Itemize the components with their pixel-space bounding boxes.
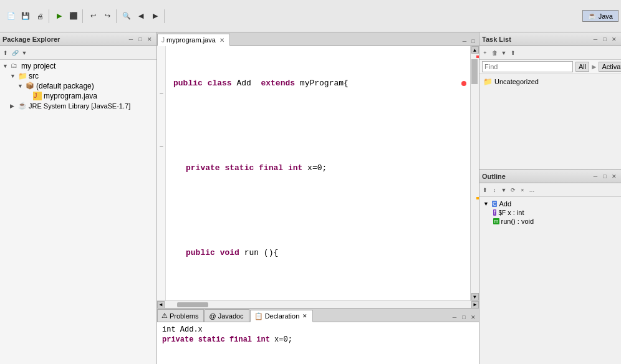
scroll-thumb[interactable] [471, 59, 478, 84]
redo-btn[interactable]: ↪ [100, 9, 114, 23]
class-icon: C [492, 201, 498, 207]
uncategorized-label: Uncategorized [494, 78, 539, 85]
java-perspective-btn[interactable]: ☕ Java [582, 10, 619, 22]
debug-btn[interactable]: ⬛ [67, 9, 80, 23]
bottom-tab-bar: ⚠ Problems @ Javadoc 📋 Declaration ✕ ─ □… [157, 309, 479, 322]
uncategorized-item[interactable]: 📁 Uncategorized [482, 77, 619, 87]
scroll-left-btn[interactable]: ◀ [157, 301, 165, 309]
minimize-btn[interactable]: ─ [127, 35, 135, 44]
outline-class-item[interactable]: ▼ C Add [482, 199, 619, 208]
horizontal-scrollbar[interactable]: ◀ ▶ [157, 300, 479, 308]
code-content[interactable]: public class Add extends myProgram{ priv… [166, 46, 470, 300]
task-find-input[interactable] [482, 61, 573, 72]
tree-src[interactable]: ▼ 📁 src [9, 71, 155, 81]
activate-btn[interactable]: Activate... [599, 62, 621, 72]
filter-task-btn[interactable]: ▼ [499, 49, 508, 57]
outline-method-item[interactable]: m run() : void [492, 217, 619, 226]
code-line-6 [168, 290, 468, 300]
outline-maximize-btn[interactable]: □ [600, 172, 609, 181]
sync-outline-btn[interactable]: ⟳ [509, 186, 518, 194]
filter-btn[interactable]: ▼ [20, 49, 29, 57]
new-task-btn[interactable]: + [481, 49, 489, 57]
tree-jre[interactable]: ▶ ☕ JRE System Library [JavaSE-1.7] [9, 101, 155, 111]
outline-controls: ─ □ ✕ [591, 172, 619, 181]
save-btn[interactable]: 💾 [19, 9, 32, 23]
method-label: run() : void [501, 218, 534, 225]
bottom-tab-controls: ─ □ ✕ [450, 313, 479, 322]
search-btn[interactable]: 🔍 [120, 9, 133, 23]
code-editor[interactable]: ─ ─ [157, 46, 479, 300]
bottom-minimize-btn[interactable]: ─ [450, 313, 459, 322]
scroll-down-btn[interactable]: ▼ [471, 293, 479, 300]
scroll-right-btn[interactable]: ▶ [471, 301, 479, 309]
outline-header: Outline ─ □ ✕ [479, 170, 621, 183]
tab-java-icon: J [161, 37, 165, 44]
task-close-btn[interactable]: ✕ [610, 35, 619, 44]
close-btn[interactable]: ✕ [145, 35, 154, 44]
sort-outline-btn[interactable]: ↕ [490, 186, 499, 194]
fold-marker-6 [157, 99, 166, 110]
default-package-label: (default package) [36, 82, 94, 90]
maximize-editor-btn[interactable]: □ [469, 37, 478, 46]
new-btn[interactable]: 📄 [4, 9, 18, 23]
scroll-up-btn[interactable]: ▲ [471, 46, 479, 54]
javadoc-tab[interactable]: @ Javadoc [205, 309, 249, 322]
outline-field-item[interactable]: f $F x : int [492, 208, 619, 217]
undo-btn[interactable]: ↩ [86, 9, 100, 23]
task-maximize-btn[interactable]: □ [600, 35, 609, 44]
code-line-1: public class Add extends myProgram{ [168, 78, 468, 89]
outline-content: ▼ C Add f $F x : int m run() : void [479, 197, 621, 364]
fold-marker-18 [157, 226, 166, 237]
tab-close-btn[interactable]: ✕ [219, 37, 224, 44]
declaration-tab[interactable]: 📋 Declaration ✕ [250, 310, 314, 322]
fold-marker-16 [157, 205, 166, 216]
all-btn[interactable]: All [575, 62, 589, 72]
toolbar-right: ☕ Java [582, 10, 619, 22]
nav-fwd-btn[interactable]: ▶ [148, 9, 162, 23]
collapse-task-btn[interactable]: ⬆ [509, 49, 518, 57]
project-icon: 🗂 [11, 62, 19, 70]
outline-panel: Outline ─ □ ✕ ⬆ ↕ ▼ ⟳ × … ▼ C [479, 170, 621, 364]
editor-tab-myprogram[interactable]: J myprogram.java ✕ [157, 34, 230, 46]
delete-task-btn[interactable]: 🗑 [490, 49, 499, 57]
run-btn[interactable]: ▶ [52, 9, 66, 23]
declaration-tab-close[interactable]: ✕ [302, 313, 307, 319]
problems-tab-icon: ⚠ [161, 312, 168, 320]
toolbar-group-4: 🔍 ◀ ▶ [118, 9, 165, 23]
fold-marker-12 [157, 163, 166, 173]
problems-tab[interactable]: ⚠ Problems [157, 309, 204, 322]
hide-fields-btn[interactable]: × [518, 186, 527, 194]
scroll-track[interactable] [471, 54, 479, 292]
outline-close-btn[interactable]: ✕ [610, 172, 619, 181]
task-minimize-btn[interactable]: ─ [591, 35, 600, 44]
tree-java-file[interactable]: J myprogram.java [24, 91, 155, 101]
bottom-close-btn[interactable]: ✕ [469, 313, 478, 322]
field-label: x : int [508, 209, 524, 216]
collapse-outline-btn[interactable]: ⬆ [481, 186, 489, 194]
fold-marker-10[interactable]: ─ [157, 141, 166, 152]
link-editor-btn[interactable]: 🔗 [11, 49, 19, 57]
expand-arrow-class: ▼ [483, 201, 489, 207]
center-panel: J myprogram.java ✕ ─ □ ─ [157, 32, 479, 364]
print-btn[interactable]: 🖨 [33, 9, 47, 23]
maximize-btn[interactable]: □ [136, 35, 145, 44]
more-outline-btn[interactable]: … [527, 186, 536, 194]
task-list-content: 📁 Uncategorized [479, 74, 621, 169]
fold-marker-8 [157, 120, 166, 131]
fold-marker-19 [157, 237, 166, 247]
expand-arrow-jre: ▶ [10, 103, 16, 109]
tree-default-package[interactable]: ▼ 📦 (default package) [16, 81, 155, 91]
fold-marker-5[interactable]: ─ [157, 89, 166, 99]
outline-minimize-btn[interactable]: ─ [591, 172, 600, 181]
filter-outline-btn[interactable]: ▼ [499, 186, 508, 194]
fold-marker-15 [157, 194, 166, 205]
tree-project[interactable]: ▼ 🗂 my project [1, 61, 155, 71]
collapse-all-btn[interactable]: ⬆ [1, 49, 10, 57]
minimize-editor-btn[interactable]: ─ [460, 37, 469, 46]
bottom-maximize-btn[interactable]: □ [460, 313, 468, 322]
fold-marker-1[interactable] [157, 46, 166, 57]
nav-back-btn[interactable]: ◀ [134, 9, 148, 23]
fold-marker-9 [157, 131, 166, 141]
h-scroll-thumb[interactable] [177, 302, 208, 307]
right-scrollbar[interactable]: ▲ ▼ [470, 46, 479, 300]
